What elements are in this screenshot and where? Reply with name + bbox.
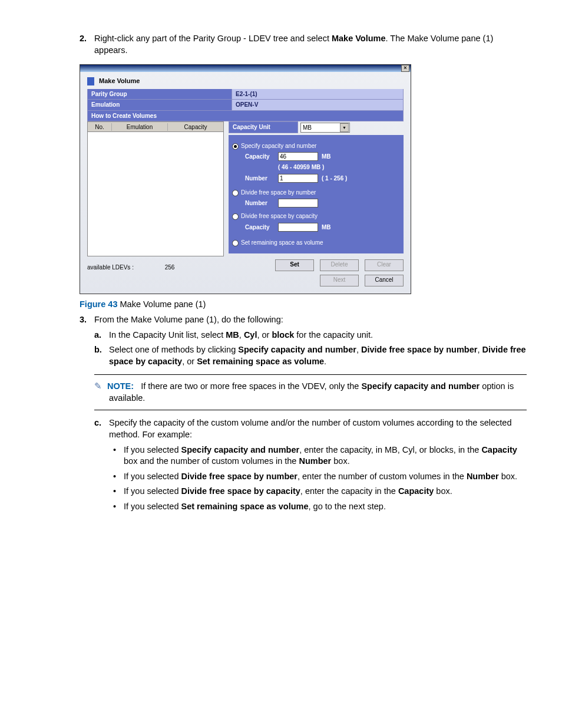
- dialog-title: Make Volume: [99, 77, 140, 85]
- step-2: 2.Right-click any part of the Parity Gro…: [80, 33, 527, 56]
- col-emulation: Emulation: [112, 123, 168, 131]
- capacity-label: Capacity: [245, 153, 275, 161]
- parity-group-value: E2-1-(1): [232, 89, 404, 100]
- capacity-input[interactable]: 46: [278, 152, 318, 161]
- capacity-unit-hint: MB: [322, 153, 331, 161]
- radio-icon: [232, 213, 239, 220]
- col-capacity: Capacity: [168, 123, 223, 131]
- clear-button[interactable]: Clear: [365, 259, 404, 271]
- number-range: ( 1 - 256 ): [322, 174, 347, 183]
- radio-set-remaining[interactable]: Set remaining space as volume: [232, 239, 400, 247]
- radio-specify-capacity[interactable]: Specify capacity and number: [232, 142, 400, 150]
- step-3a: a.In the Capacity Unit list, select MB, …: [80, 330, 527, 341]
- bullet-3: •If you selected Divide free space by ca…: [80, 486, 527, 498]
- col-no: No.: [88, 123, 112, 131]
- note-block: ✎NOTE: If there are two or more free spa…: [94, 374, 527, 410]
- capacity-range: ( 46 - 40959 MB ): [278, 163, 400, 172]
- table-header: No. Emulation Capacity: [87, 121, 224, 132]
- window-titlebar: ×: [80, 65, 411, 72]
- number-input[interactable]: 1: [278, 174, 318, 183]
- note-icon: ✎: [94, 381, 107, 393]
- capacity2-unit: MB: [322, 223, 331, 232]
- step-3b: b.Select one of methods by clicking Spec…: [80, 344, 527, 367]
- set-button[interactable]: Set: [275, 259, 314, 271]
- capacity-unit-label: Capacity Unit: [229, 121, 298, 133]
- options-form: Specify capacity and number Capacity 46 …: [229, 135, 404, 254]
- step-3-marker: 3.: [80, 314, 94, 326]
- step-2-marker: 2.: [80, 33, 94, 45]
- delete-button[interactable]: Delete: [320, 259, 359, 271]
- bullet-2: •If you selected Divide free space by nu…: [80, 471, 527, 483]
- radio-divide-by-capacity[interactable]: Divide free space by capacity: [232, 212, 400, 220]
- available-ldevs: available LDEVs : 256: [87, 263, 224, 272]
- radio-icon: [232, 190, 239, 196]
- title-icon: [87, 77, 94, 85]
- bullet-1: •If you selected Specify capacity and nu…: [80, 444, 527, 467]
- close-icon[interactable]: ×: [401, 65, 409, 72]
- capacity2-label: Capacity: [245, 223, 275, 232]
- screenshot-make-volume: × Make Volume Parity Group E2-1-(1) Emul…: [80, 64, 411, 294]
- capacity-unit-select[interactable]: MB: [300, 123, 350, 133]
- number2-label: Number: [245, 199, 275, 207]
- radio-icon: [232, 240, 239, 246]
- cancel-button[interactable]: Cancel: [365, 275, 404, 286]
- emulation-value: OPEN-V: [232, 100, 404, 110]
- table-body[interactable]: [87, 132, 224, 256]
- number-label: Number: [245, 174, 275, 183]
- emulation-label: Emulation: [87, 100, 232, 110]
- radio-divide-by-number[interactable]: Divide free space by number: [232, 189, 400, 197]
- next-button[interactable]: Next: [320, 275, 359, 286]
- parity-group-label: Parity Group: [87, 89, 232, 100]
- radio-icon: [232, 143, 239, 150]
- step-3c: c.Specify the capacity of the custom vol…: [80, 417, 527, 440]
- section-label: How to Create Volumes: [87, 111, 404, 121]
- bullet-4: •If you selected Set remaining space as …: [80, 501, 527, 513]
- step-3: 3.From the Make Volume pane (1), do the …: [80, 314, 527, 326]
- figure-caption: Figure 43 Make Volume pane (1): [80, 299, 527, 311]
- capacity2-input[interactable]: [278, 223, 318, 232]
- number2-input[interactable]: [278, 199, 318, 207]
